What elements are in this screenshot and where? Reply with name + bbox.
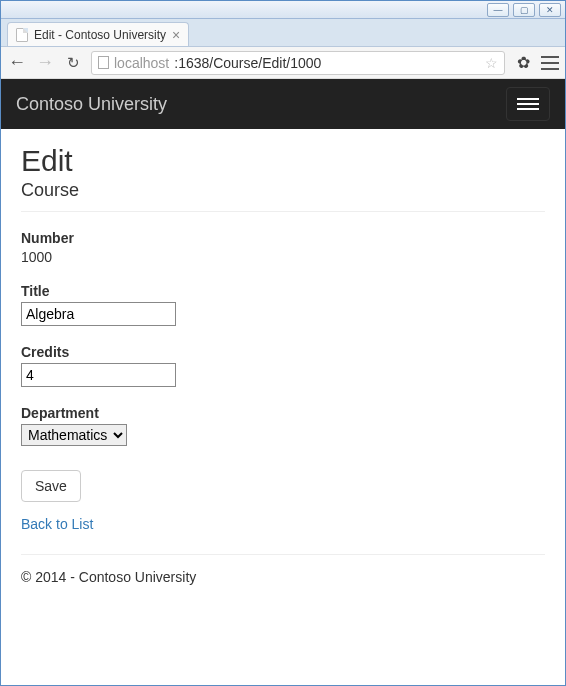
url-host: localhost <box>114 55 169 71</box>
hamburger-menu-icon[interactable] <box>541 56 559 70</box>
window-titlebar: — ▢ ✕ <box>1 1 565 19</box>
number-label: Number <box>21 230 545 246</box>
navbar-brand[interactable]: Contoso University <box>16 94 167 115</box>
page-title: Edit <box>21 144 545 178</box>
footer-divider <box>21 554 545 555</box>
credits-input[interactable] <box>21 363 176 387</box>
url-path: :1638/Course/Edit/1000 <box>174 55 321 71</box>
window-frame: — ▢ ✕ Edit - Contoso University × ← → ↻ … <box>0 0 566 686</box>
title-label: Title <box>21 283 545 299</box>
page-container: Edit Course Number 1000 Title Credits De… <box>1 129 565 605</box>
number-value: 1000 <box>21 249 545 265</box>
address-bar[interactable]: localhost:1638/Course/Edit/1000 ☆ <box>91 51 505 75</box>
title-input[interactable] <box>21 302 176 326</box>
page-icon <box>16 28 28 42</box>
forward-button[interactable]: → <box>35 52 55 73</box>
site-navbar: Contoso University <box>1 79 565 129</box>
page-viewport: Contoso University Edit Course Number 10… <box>1 79 565 685</box>
form-group-title: Title <box>21 283 545 326</box>
browser-tab-strip: Edit - Contoso University × <box>1 19 565 47</box>
browser-toolbar: ← → ↻ localhost:1638/Course/Edit/1000 ☆ … <box>1 47 565 79</box>
settings-gear-icon[interactable]: ✿ <box>513 53 533 72</box>
browser-tab[interactable]: Edit - Contoso University × <box>7 22 189 46</box>
window-close-button[interactable]: ✕ <box>539 3 561 17</box>
hamburger-bar <box>517 98 539 100</box>
department-select[interactable]: Mathematics <box>21 424 127 446</box>
tab-close-icon[interactable]: × <box>172 28 180 42</box>
form-group-number: Number 1000 <box>21 230 545 265</box>
back-to-list-link[interactable]: Back to List <box>21 516 93 532</box>
divider <box>21 211 545 212</box>
credits-label: Credits <box>21 344 545 360</box>
form-group-credits: Credits <box>21 344 545 387</box>
hamburger-bar <box>517 103 539 105</box>
navbar-toggle-button[interactable] <box>506 87 550 121</box>
hamburger-bar <box>517 108 539 110</box>
reload-button[interactable]: ↻ <box>63 54 83 72</box>
department-label: Department <box>21 405 545 421</box>
bookmark-star-icon[interactable]: ☆ <box>485 55 498 71</box>
save-button[interactable]: Save <box>21 470 81 502</box>
window-maximize-button[interactable]: ▢ <box>513 3 535 17</box>
form-group-department: Department Mathematics <box>21 405 545 446</box>
back-button[interactable]: ← <box>7 52 27 73</box>
window-minimize-button[interactable]: — <box>487 3 509 17</box>
site-icon <box>98 56 109 69</box>
page-subtitle: Course <box>21 180 545 201</box>
tab-title: Edit - Contoso University <box>34 28 166 42</box>
footer-text: © 2014 - Contoso University <box>21 569 545 585</box>
